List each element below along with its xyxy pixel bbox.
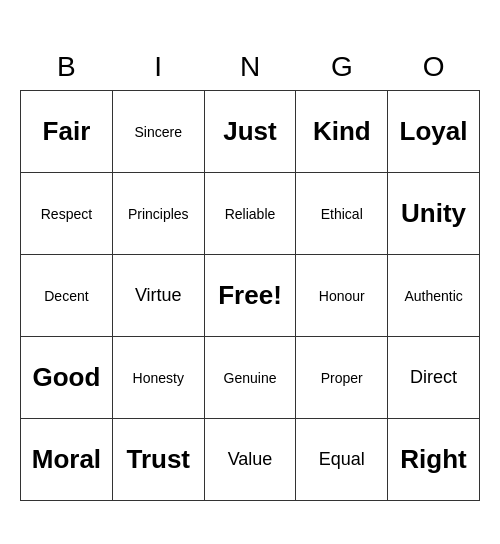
cell-text: Equal xyxy=(319,449,365,469)
cell-text: Loyal xyxy=(400,116,468,146)
bingo-cell: Free! xyxy=(204,255,296,337)
bingo-cell: Loyal xyxy=(388,91,480,173)
cell-text: Trust xyxy=(126,444,190,474)
cell-text: Direct xyxy=(410,367,457,387)
cell-text: Just xyxy=(223,116,276,146)
cell-text: Free! xyxy=(218,280,282,310)
cell-text: Respect xyxy=(41,206,92,222)
bingo-cell: Respect xyxy=(21,173,113,255)
bingo-cell: Honour xyxy=(296,255,388,337)
bingo-cell: Sincere xyxy=(112,91,204,173)
cell-text: Virtue xyxy=(135,285,182,305)
header-letter: N xyxy=(204,43,296,91)
bingo-cell: Kind xyxy=(296,91,388,173)
bingo-cell: Just xyxy=(204,91,296,173)
bingo-cell: Virtue xyxy=(112,255,204,337)
cell-text: Unity xyxy=(401,198,466,228)
bingo-cell: Equal xyxy=(296,419,388,501)
cell-text: Moral xyxy=(32,444,101,474)
header-letter: O xyxy=(388,43,480,91)
cell-text: Decent xyxy=(44,288,88,304)
bingo-row: RespectPrinciplesReliableEthicalUnity xyxy=(21,173,480,255)
bingo-cell: Principles xyxy=(112,173,204,255)
cell-text: Reliable xyxy=(225,206,276,222)
bingo-cell: Value xyxy=(204,419,296,501)
bingo-cell: Proper xyxy=(296,337,388,419)
bingo-cell: Reliable xyxy=(204,173,296,255)
cell-text: Good xyxy=(32,362,100,392)
bingo-row: MoralTrustValueEqualRight xyxy=(21,419,480,501)
header-letter: B xyxy=(21,43,113,91)
bingo-cell: Decent xyxy=(21,255,113,337)
cell-text: Fair xyxy=(43,116,91,146)
bingo-cell: Direct xyxy=(388,337,480,419)
cell-text: Honesty xyxy=(133,370,184,386)
bingo-row: DecentVirtueFree!HonourAuthentic xyxy=(21,255,480,337)
cell-text: Value xyxy=(228,449,273,469)
bingo-cell: Moral xyxy=(21,419,113,501)
bingo-cell: Honesty xyxy=(112,337,204,419)
bingo-cell: Fair xyxy=(21,91,113,173)
bingo-cell: Trust xyxy=(112,419,204,501)
cell-text: Principles xyxy=(128,206,189,222)
cell-text: Right xyxy=(400,444,466,474)
bingo-cell: Unity xyxy=(388,173,480,255)
bingo-cell: Authentic xyxy=(388,255,480,337)
header-letter: G xyxy=(296,43,388,91)
header-letter: I xyxy=(112,43,204,91)
bingo-row: GoodHonestyGenuineProperDirect xyxy=(21,337,480,419)
cell-text: Genuine xyxy=(224,370,277,386)
bingo-cell: Genuine xyxy=(204,337,296,419)
header-row: BINGO xyxy=(21,43,480,91)
bingo-row: FairSincereJustKindLoyal xyxy=(21,91,480,173)
cell-text: Honour xyxy=(319,288,365,304)
bingo-cell: Good xyxy=(21,337,113,419)
bingo-card: BINGO FairSincereJustKindLoyalRespectPri… xyxy=(20,43,480,502)
cell-text: Ethical xyxy=(321,206,363,222)
cell-text: Authentic xyxy=(404,288,462,304)
bingo-cell: Right xyxy=(388,419,480,501)
cell-text: Kind xyxy=(313,116,371,146)
cell-text: Proper xyxy=(321,370,363,386)
cell-text: Sincere xyxy=(135,124,182,140)
bingo-cell: Ethical xyxy=(296,173,388,255)
